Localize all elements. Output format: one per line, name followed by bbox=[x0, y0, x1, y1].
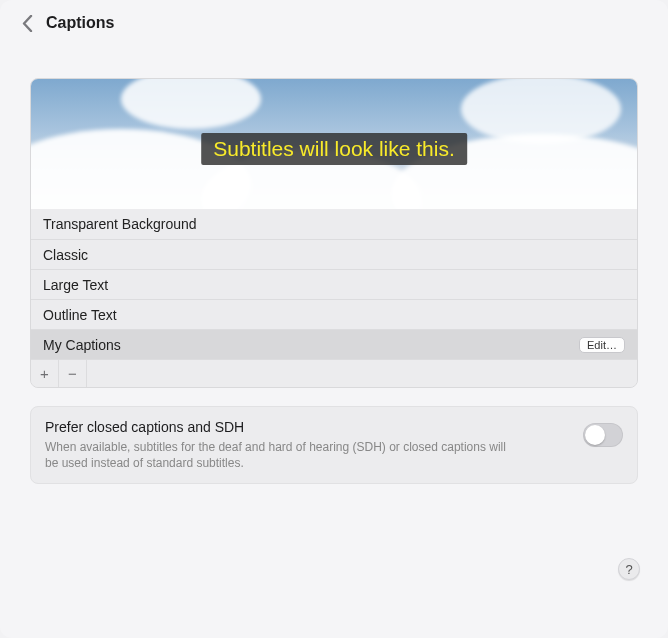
prefer-sdh-card: Prefer closed captions and SDH When avai… bbox=[30, 406, 638, 484]
header: Captions bbox=[0, 0, 668, 42]
prefer-sdh-text: Prefer closed captions and SDH When avai… bbox=[45, 419, 515, 471]
styles-card: Subtitles will look like this. Transpare… bbox=[30, 78, 638, 388]
help-icon: ? bbox=[625, 562, 632, 577]
edit-style-button[interactable]: Edit… bbox=[579, 337, 625, 353]
style-label: Transparent Background bbox=[43, 216, 197, 232]
prefer-sdh-description: When available, subtitles for the deaf a… bbox=[45, 439, 515, 471]
style-row-outline-text[interactable]: Outline Text bbox=[31, 299, 637, 329]
style-label: Outline Text bbox=[43, 307, 117, 323]
style-label: My Captions bbox=[43, 337, 121, 353]
style-row-my-captions[interactable]: My Captions Edit… bbox=[31, 329, 637, 359]
style-row-large-text[interactable]: Large Text bbox=[31, 269, 637, 299]
minus-icon: − bbox=[68, 365, 77, 382]
style-row-classic[interactable]: Classic bbox=[31, 239, 637, 269]
style-label: Classic bbox=[43, 247, 88, 263]
remove-style-button[interactable]: − bbox=[59, 360, 87, 387]
back-button[interactable] bbox=[18, 14, 36, 32]
help-button[interactable]: ? bbox=[618, 558, 640, 580]
chevron-left-icon bbox=[22, 15, 33, 32]
toggle-knob bbox=[585, 425, 605, 445]
list-footer: + − bbox=[31, 359, 637, 387]
style-label: Large Text bbox=[43, 277, 108, 293]
content-area: Subtitles will look like this. Transpare… bbox=[0, 78, 668, 484]
add-style-button[interactable]: + bbox=[31, 360, 59, 387]
page-title: Captions bbox=[46, 14, 114, 32]
captions-settings-window: Captions Subtitles will look like this. … bbox=[0, 0, 668, 638]
prefer-sdh-toggle[interactable] bbox=[583, 423, 623, 447]
subtitle-preview-text: Subtitles will look like this. bbox=[201, 133, 467, 165]
plus-icon: + bbox=[40, 365, 49, 382]
subtitle-preview: Subtitles will look like this. bbox=[31, 79, 637, 209]
prefer-sdh-heading: Prefer closed captions and SDH bbox=[45, 419, 515, 435]
style-row-transparent-background[interactable]: Transparent Background bbox=[31, 209, 637, 239]
style-list: Transparent Background Classic Large Tex… bbox=[31, 209, 637, 359]
